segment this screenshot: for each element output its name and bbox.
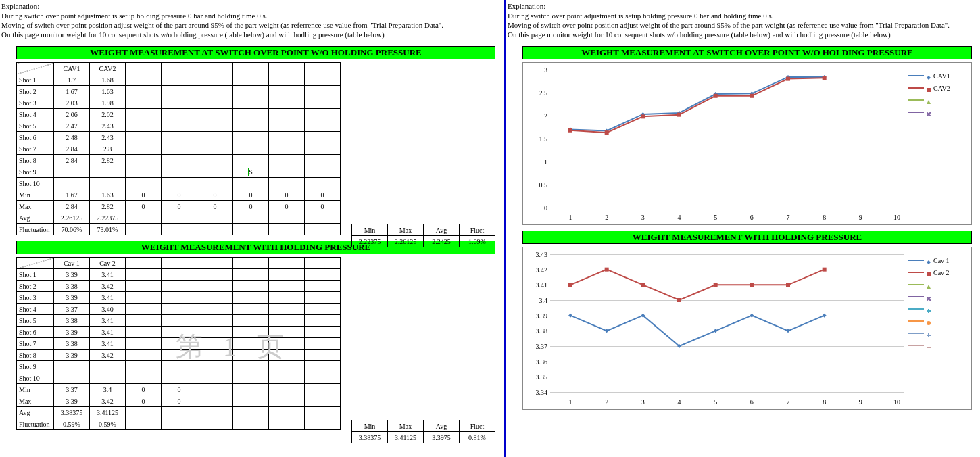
data-cell[interactable] — [269, 338, 305, 350]
data-cell[interactable] — [305, 361, 341, 372]
data-cell[interactable] — [162, 304, 197, 315]
data-cell[interactable] — [197, 304, 233, 315]
data-cell[interactable] — [233, 178, 269, 189]
data-cell[interactable] — [269, 155, 305, 166]
data-cell[interactable]: 3.41 — [90, 338, 126, 350]
data-cell[interactable]: 3.39 — [54, 327, 90, 338]
data-cell[interactable]: 3.41 — [90, 315, 126, 327]
data-cell[interactable] — [90, 178, 126, 189]
data-cell[interactable]: 2.43 — [90, 132, 126, 143]
data-cell[interactable] — [126, 361, 162, 372]
data-cell[interactable]: 1.67 — [54, 86, 90, 97]
data-cell[interactable] — [269, 74, 305, 86]
data-cell[interactable] — [126, 109, 162, 120]
data-cell[interactable] — [126, 327, 162, 338]
data-cell[interactable] — [126, 132, 162, 143]
data-cell[interactable] — [126, 166, 162, 178]
editing-cell[interactable]: S — [248, 168, 253, 176]
data-cell[interactable] — [233, 97, 269, 109]
data-cell[interactable] — [305, 372, 341, 384]
data-cell[interactable] — [197, 372, 233, 384]
data-cell[interactable] — [269, 361, 305, 372]
data-cell[interactable] — [305, 155, 341, 166]
data-cell[interactable]: 2.43 — [90, 120, 126, 132]
data-cell[interactable]: 3.39 — [54, 292, 90, 304]
data-cell[interactable] — [54, 361, 90, 372]
data-cell[interactable] — [269, 315, 305, 327]
data-cell[interactable] — [269, 327, 305, 338]
data-cell[interactable] — [197, 338, 233, 350]
data-cell[interactable] — [197, 361, 233, 372]
data-cell[interactable] — [305, 86, 341, 97]
data-cell[interactable] — [126, 86, 162, 97]
data-cell[interactable] — [162, 269, 197, 281]
data-cell[interactable]: S — [233, 166, 269, 178]
data-cell[interactable] — [233, 132, 269, 143]
data-cell[interactable]: 3.42 — [90, 350, 126, 361]
data-cell[interactable] — [126, 338, 162, 350]
data-cell[interactable] — [126, 74, 162, 86]
data-cell[interactable] — [305, 120, 341, 132]
data-cell[interactable] — [305, 74, 341, 86]
data-cell[interactable] — [197, 166, 233, 178]
data-cell[interactable] — [54, 178, 90, 189]
data-cell[interactable]: 1.68 — [90, 74, 126, 86]
data-cell[interactable] — [269, 86, 305, 97]
data-cell[interactable]: 2.47 — [54, 120, 90, 132]
data-cell[interactable] — [197, 143, 233, 155]
data-cell[interactable] — [126, 350, 162, 361]
data-cell[interactable]: 2.02 — [90, 109, 126, 120]
data-cell[interactable] — [162, 315, 197, 327]
data-cell[interactable] — [305, 350, 341, 361]
data-cell[interactable] — [162, 361, 197, 372]
data-cell[interactable]: 3.39 — [54, 269, 90, 281]
data-cell[interactable] — [305, 281, 341, 292]
data-cell[interactable] — [233, 109, 269, 120]
data-cell[interactable] — [305, 269, 341, 281]
data-cell[interactable] — [233, 361, 269, 372]
data-cell[interactable] — [162, 155, 197, 166]
data-cell[interactable] — [126, 155, 162, 166]
data-cell[interactable] — [126, 304, 162, 315]
data-cell[interactable]: 1.7 — [54, 74, 90, 86]
data-cell[interactable] — [305, 304, 341, 315]
data-cell[interactable] — [305, 109, 341, 120]
data-cell[interactable]: 3.39 — [54, 350, 90, 361]
data-cell[interactable] — [233, 315, 269, 327]
data-cell[interactable] — [162, 109, 197, 120]
data-cell[interactable] — [233, 143, 269, 155]
data-cell[interactable]: 2.8 — [90, 143, 126, 155]
data-cell[interactable] — [197, 281, 233, 292]
data-cell[interactable] — [126, 315, 162, 327]
data-cell[interactable] — [162, 338, 197, 350]
data-cell[interactable] — [233, 86, 269, 97]
data-cell[interactable]: 3.38 — [54, 315, 90, 327]
data-cell[interactable] — [269, 143, 305, 155]
data-cell[interactable]: 2.48 — [54, 132, 90, 143]
data-cell[interactable] — [126, 120, 162, 132]
data-cell[interactable] — [54, 166, 90, 178]
data-cell[interactable] — [197, 74, 233, 86]
data-cell[interactable]: 3.38 — [54, 281, 90, 292]
data-cell[interactable] — [197, 178, 233, 189]
data-cell[interactable] — [90, 361, 126, 372]
data-cell[interactable] — [126, 372, 162, 384]
data-cell[interactable] — [233, 338, 269, 350]
data-cell[interactable] — [162, 74, 197, 86]
data-cell[interactable] — [269, 109, 305, 120]
data-cell[interactable] — [162, 97, 197, 109]
data-cell[interactable] — [126, 143, 162, 155]
data-cell[interactable] — [269, 178, 305, 189]
data-cell[interactable] — [162, 372, 197, 384]
data-cell[interactable] — [54, 372, 90, 384]
data-cell[interactable] — [305, 315, 341, 327]
data-cell[interactable] — [197, 132, 233, 143]
data-cell[interactable] — [162, 120, 197, 132]
data-cell[interactable] — [162, 350, 197, 361]
data-cell[interactable] — [197, 327, 233, 338]
data-cell[interactable]: 3.38 — [54, 338, 90, 350]
data-cell[interactable] — [269, 292, 305, 304]
data-cell[interactable] — [162, 132, 197, 143]
data-cell[interactable] — [305, 178, 341, 189]
data-cell[interactable]: 2.82 — [90, 155, 126, 166]
